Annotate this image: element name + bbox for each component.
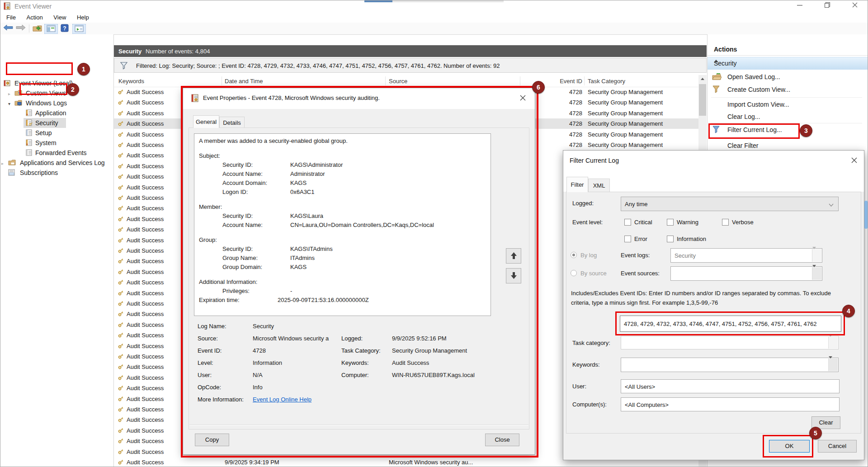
column-headers: Keywords Date and Time Source Event ID T…: [114, 75, 698, 87]
app-icon: [4, 2, 11, 11]
back-arrow-icon[interactable]: [3, 24, 14, 33]
tree-item-system[interactable]: System: [0, 138, 113, 148]
log-file-icon: [26, 109, 33, 118]
event-keywords: Audit Success: [127, 163, 164, 170]
col-task-category[interactable]: Task Category: [588, 78, 625, 85]
tree-item-windows-logs[interactable]: ▾ Windows Logs: [0, 98, 113, 108]
chevron-right-icon[interactable]: ▸: [1, 161, 4, 166]
event-keywords: Audit Success: [127, 374, 164, 381]
window-edge-scrollbar-thumb[interactable]: [864, 201, 868, 229]
user-input[interactable]: <All Users>: [621, 379, 840, 393]
event-keywords: Audit Success: [127, 448, 164, 455]
chevron-down-icon[interactable]: ▾: [8, 101, 10, 106]
filter-current-log-dialog: Filter Current Log Filter XML Logged: An…: [563, 150, 864, 460]
event-sources-label: Event sources:: [621, 270, 660, 277]
filter-dialog-title: Filter Current Log: [570, 157, 619, 164]
col-source[interactable]: Source: [389, 78, 407, 85]
key-icon: [118, 427, 124, 435]
menu-file[interactable]: File: [2, 13, 20, 22]
col-keywords[interactable]: Keywords: [118, 78, 144, 85]
event-keywords: Audit Success: [127, 343, 164, 349]
task-category-combobox[interactable]: [621, 336, 839, 349]
event-keywords: Audit Success: [127, 226, 164, 233]
event-keywords: Audit Success: [127, 385, 164, 392]
event-sources-combobox[interactable]: [670, 266, 822, 281]
action-create-custom-view[interactable]: Create Custom View...: [708, 85, 866, 94]
tab-xml[interactable]: XML: [588, 179, 610, 192]
minimize-button[interactable]: [793, 2, 807, 11]
key-icon: [118, 459, 124, 467]
keywords-combobox[interactable]: [621, 358, 839, 372]
help-icon[interactable]: ?: [61, 24, 69, 33]
logged-combobox[interactable]: Any time: [621, 197, 839, 211]
menu-view[interactable]: View: [49, 13, 71, 22]
event-logs-combobox[interactable]: Security: [670, 248, 822, 263]
top-progress-strip-filled: [364, 0, 392, 2]
funnel-icon: [120, 61, 128, 71]
annotation-box-4: [615, 311, 845, 335]
menu-action[interactable]: Action: [22, 13, 47, 22]
scrollbar-thumb[interactable]: [699, 84, 706, 116]
tree-item-subscriptions[interactable]: Subscriptions: [0, 168, 113, 178]
scroll-up-icon[interactable]: [698, 75, 707, 83]
radio-by-source[interactable]: [571, 270, 577, 276]
tab-filter[interactable]: Filter: [566, 177, 588, 192]
svg-text:?: ?: [63, 25, 66, 32]
actions-group-security[interactable]: Security: [708, 57, 868, 70]
chevron-down-icon: [812, 249, 821, 262]
tree-item-forwarded-events[interactable]: Forwarded Events: [0, 148, 113, 158]
key-icon: [118, 184, 124, 192]
custom-view-funnel-icon: [712, 85, 720, 94]
action-clear-filter[interactable]: Clear Filter: [708, 141, 866, 151]
filter-banner[interactable]: Filtered: Log: Security; Source: ; Event…: [114, 58, 707, 73]
restore-button[interactable]: [821, 2, 834, 11]
action-open-saved-log[interactable]: Open Saved Log...: [708, 72, 866, 82]
chevron-right-icon[interactable]: ▸: [8, 91, 10, 96]
checkbox-information[interactable]: [667, 236, 674, 242]
key-icon: [118, 89, 124, 96]
key-icon: [118, 311, 124, 318]
checkbox-error[interactable]: [624, 236, 631, 242]
collapse-icon[interactable]: [714, 60, 718, 62]
event-keywords: Audit Success: [127, 110, 164, 117]
event-keywords: Audit Success: [127, 279, 164, 286]
tree-item-application[interactable]: Application: [0, 108, 113, 118]
dialog-close-icon[interactable]: [851, 157, 859, 165]
key-icon: [118, 343, 124, 350]
task-category-field-label: Task category:: [572, 340, 610, 346]
show-action-pane-icon[interactable]: [72, 24, 86, 34]
computers-input[interactable]: <All Computers>: [621, 397, 840, 411]
tree-item-setup[interactable]: Setup: [0, 128, 113, 138]
event-keywords: Audit Success: [127, 353, 164, 360]
event-source: Microsoft Windows security au...: [389, 459, 473, 466]
chevron-down-icon: [812, 267, 821, 280]
close-button[interactable]: [848, 2, 862, 11]
event-id: 4728: [539, 131, 582, 138]
col-date-time[interactable]: Date and Time: [225, 78, 263, 85]
forward-arrow-icon[interactable]: [15, 24, 26, 33]
event-level-label: Event level:: [572, 219, 603, 226]
radio-by-log[interactable]: [571, 252, 577, 258]
checkbox-warning[interactable]: [667, 219, 674, 226]
key-icon: [118, 279, 124, 287]
log-file-icon: [26, 129, 33, 137]
chevron-down-icon: [828, 359, 838, 371]
key-icon: [118, 353, 124, 361]
key-icon: [118, 321, 124, 329]
cancel-button[interactable]: Cancel: [818, 440, 857, 453]
event-id: 4728: [539, 99, 582, 106]
menu-help[interactable]: Help: [72, 13, 94, 22]
checkbox-critical[interactable]: [624, 219, 631, 226]
event-keywords: Audit Success: [127, 99, 164, 106]
annotation-badge-5: 5: [809, 427, 822, 439]
checkbox-verbose[interactable]: [722, 219, 729, 226]
export-log-icon[interactable]: [33, 24, 42, 33]
tree-item-applications-services[interactable]: ▸ Applications and Services Log: [0, 158, 113, 168]
show-console-tree-icon[interactable]: [44, 24, 58, 34]
action-import-custom-view[interactable]: Import Custom View...: [708, 99, 866, 109]
tree-item-security[interactable]: Security: [0, 118, 113, 128]
key-icon: [118, 99, 124, 107]
event-keywords: Audit Success: [127, 332, 164, 339]
event-keywords: Audit Success: [127, 396, 164, 402]
action-clear-log[interactable]: Clear Log...: [708, 112, 866, 122]
